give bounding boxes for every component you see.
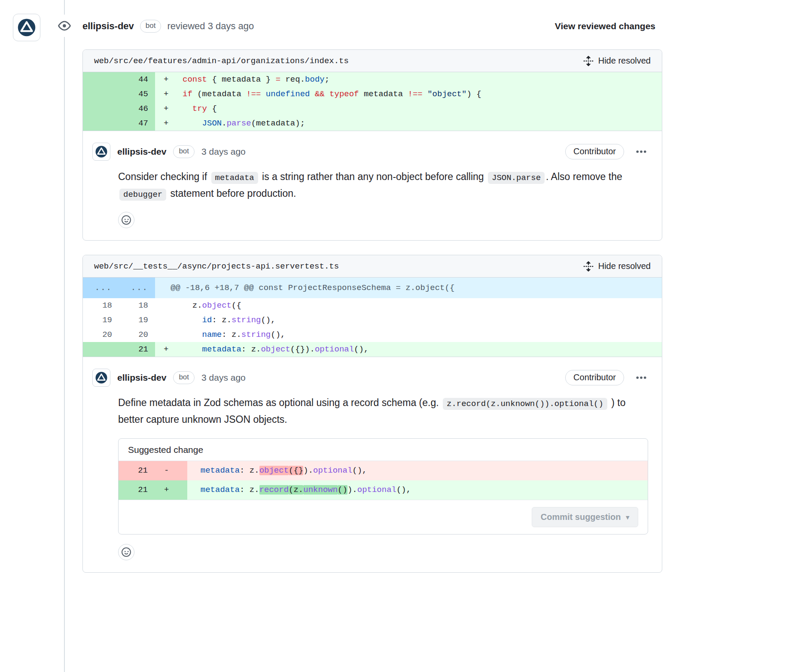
line-number-new[interactable]: 19 bbox=[119, 313, 155, 327]
inline-code: z.record(z.unknown()).optional() bbox=[443, 398, 607, 410]
code-token: . bbox=[222, 119, 226, 128]
code-token bbox=[191, 466, 201, 475]
file-path[interactable]: web/src/__tests__/async/projects-api.ser… bbox=[94, 262, 339, 271]
code-token: ({ bbox=[231, 301, 241, 310]
reviewer-name[interactable]: ellipsis-dev bbox=[82, 21, 134, 32]
code-token: (), bbox=[354, 345, 369, 354]
code-token: (), bbox=[396, 485, 411, 495]
code-token: { bbox=[207, 104, 217, 113]
hide-resolved-button[interactable]: Hide resolved bbox=[583, 261, 651, 272]
emoji-reaction-button[interactable] bbox=[118, 544, 134, 560]
line-number-new[interactable]: 45 bbox=[119, 87, 155, 101]
timeline-line bbox=[64, 0, 65, 672]
commit-suggestion-button[interactable]: Commit suggestion ▾ bbox=[532, 507, 638, 527]
comment-author-name[interactable]: ellipsis-dev bbox=[117, 373, 166, 383]
code-line: try { bbox=[179, 101, 662, 116]
code-line: metadata: z.object({}).optional(), bbox=[179, 342, 662, 357]
code-token: "object" bbox=[427, 89, 466, 99]
inline-code: metadata bbox=[211, 172, 258, 184]
code-token: : z. bbox=[240, 466, 259, 475]
hide-resolved-button[interactable]: Hide resolved bbox=[583, 55, 651, 67]
code-token: ({} bbox=[289, 466, 303, 475]
code-token: metadata bbox=[202, 345, 241, 354]
comment-header: ellipsis-dev bot 3 days ago Contributor bbox=[92, 142, 647, 161]
comment-timestamp[interactable]: 3 days ago bbox=[201, 373, 246, 383]
comment-options-button[interactable] bbox=[635, 372, 647, 384]
emoji-reaction-button[interactable] bbox=[118, 212, 134, 228]
line-number-old[interactable] bbox=[83, 72, 119, 87]
comment-author-avatar[interactable] bbox=[92, 369, 110, 387]
code-token bbox=[310, 89, 314, 99]
code-line: metadata: z.record(z.unknown()).optional… bbox=[187, 480, 648, 500]
hide-resolved-label: Hide resolved bbox=[598, 261, 651, 271]
bot-badge: bot bbox=[140, 20, 161, 32]
comment-author-avatar[interactable] bbox=[92, 143, 110, 161]
diff-sign: + bbox=[155, 116, 179, 131]
code-token: optional bbox=[315, 345, 354, 354]
code-token: req. bbox=[280, 75, 305, 84]
inline-code: JSON.parse bbox=[488, 172, 545, 184]
code-token: ({}). bbox=[290, 345, 315, 354]
ellipsis-logo-icon bbox=[94, 145, 108, 159]
line-number-old[interactable]: 20 bbox=[83, 327, 119, 342]
comment-body: Consider checking if metadata is a strin… bbox=[118, 169, 647, 202]
line-number-new[interactable]: 21 bbox=[119, 342, 155, 357]
commit-suggestion-label: Commit suggestion bbox=[541, 512, 621, 522]
view-reviewed-changes-link[interactable]: View reviewed changes bbox=[555, 21, 655, 31]
diff-row: 2020 name: z.string(), bbox=[83, 327, 662, 342]
comment-timestamp[interactable]: 3 days ago bbox=[201, 147, 246, 157]
smiley-icon bbox=[122, 547, 131, 557]
file-path[interactable]: web/src/ee/features/admin-api/organizati… bbox=[94, 56, 349, 66]
code-token: object bbox=[259, 466, 289, 475]
ellipsis-logo-icon bbox=[16, 17, 37, 38]
code-token: undefined bbox=[266, 89, 310, 99]
line-number-new[interactable]: 47 bbox=[119, 116, 155, 131]
comment-author-name[interactable]: ellipsis-dev bbox=[117, 147, 166, 157]
diff-sign: + bbox=[155, 87, 179, 101]
line-number-old[interactable] bbox=[83, 342, 119, 357]
code-token bbox=[261, 89, 265, 99]
line-number-new[interactable]: 20 bbox=[119, 327, 155, 342]
code-token: (metadata); bbox=[251, 119, 305, 128]
code-token bbox=[183, 330, 202, 339]
suggestion-row: 21+ metadata: z.record(z.unknown()).opti… bbox=[119, 480, 648, 500]
reviewer-avatar[interactable] bbox=[13, 14, 40, 41]
bot-badge: bot bbox=[173, 145, 195, 158]
inline-code: debugger bbox=[119, 189, 166, 201]
code-token: (), bbox=[261, 315, 275, 325]
code-token: name bbox=[202, 330, 222, 339]
code-token: body bbox=[305, 75, 325, 84]
code-token bbox=[183, 104, 192, 113]
suggested-change-title: Suggested change bbox=[119, 439, 648, 461]
review-thread-card: web/src/__tests__/async/projects-api.ser… bbox=[82, 255, 662, 573]
code-token: z. bbox=[183, 301, 202, 310]
review-thread-card: web/src/ee/features/admin-api/organizati… bbox=[82, 49, 662, 241]
line-number-old[interactable] bbox=[83, 101, 119, 116]
code-token: : z. bbox=[240, 485, 259, 495]
comment-options-button[interactable] bbox=[635, 146, 647, 158]
line-number-old[interactable]: 19 bbox=[83, 313, 119, 327]
code-token: ). bbox=[303, 466, 313, 475]
code-line: if (metadata !== undefined && typeof met… bbox=[179, 87, 662, 101]
line-number-old[interactable]: 18 bbox=[83, 298, 119, 313]
code-token: optional bbox=[357, 485, 396, 495]
diff-sign: + bbox=[155, 72, 179, 87]
line-number-old[interactable] bbox=[83, 116, 119, 131]
code-token: : z. bbox=[212, 315, 231, 325]
line-number-new[interactable]: 46 bbox=[119, 101, 155, 116]
unfold-icon bbox=[583, 55, 594, 67]
suggestion-footer: Commit suggestion ▾ bbox=[119, 500, 648, 534]
code-token: metadata bbox=[359, 89, 408, 99]
hunk-header-text: @@ -18,6 +18,7 @@ const ProjectResponseS… bbox=[155, 278, 662, 298]
diff-sign: + bbox=[155, 480, 187, 500]
code-line: JSON.parse(metadata); bbox=[179, 116, 662, 131]
code-token bbox=[325, 89, 329, 99]
diff-row: 21+ metadata: z.object({}).optional(), bbox=[83, 342, 662, 357]
hunk-gutter[interactable]: ...... bbox=[83, 278, 155, 298]
code-token: ). bbox=[347, 485, 357, 495]
diff-view: 44+const { metadata } = req.body;45+if (… bbox=[83, 72, 662, 131]
code-token: string bbox=[231, 315, 261, 325]
line-number-new[interactable]: 44 bbox=[119, 72, 155, 87]
line-number-new[interactable]: 18 bbox=[119, 298, 155, 313]
line-number-old[interactable] bbox=[83, 87, 119, 101]
